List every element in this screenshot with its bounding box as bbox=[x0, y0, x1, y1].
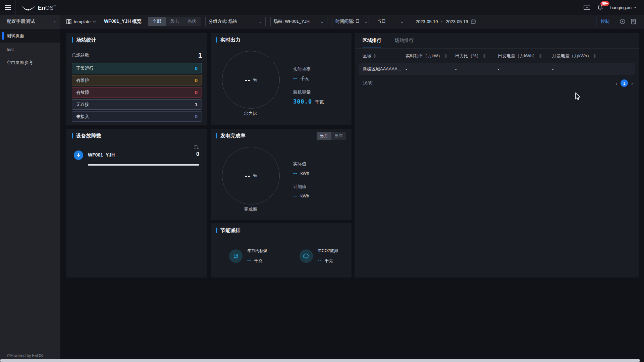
template-switcher[interactable]: template bbox=[66, 19, 96, 24]
chevron-down-icon: ⌄ bbox=[259, 19, 262, 24]
status-row-fault: 有故障 0 bbox=[72, 87, 202, 98]
status-row-disconnected: 无连接 1 bbox=[72, 99, 202, 110]
prev-page-button[interactable]: ‹ bbox=[615, 80, 617, 86]
horizontal-scrollbar[interactable] bbox=[0, 359, 640, 362]
page-number-1[interactable]: 1 bbox=[621, 79, 628, 87]
column-realtime-power[interactable]: 实时功率（万kW） bbox=[406, 53, 455, 59]
page-size-label: 16/页 bbox=[363, 80, 373, 86]
column-region[interactable]: 区域 bbox=[363, 53, 406, 59]
column-monthly-generation[interactable]: 月发电量（万kWh） bbox=[552, 53, 635, 59]
card-completion-rate: 发电完成率 当月 当年 -- % 完成率 实际值 -- kWh 计划值 -- k… bbox=[211, 129, 352, 220]
topbar: EnOS™ 99+ hanqing.xu bbox=[0, 0, 644, 15]
title-marker bbox=[216, 228, 217, 233]
energy-item-coal: 年节约标煤 -- 千克 bbox=[229, 247, 267, 264]
user-menu[interactable]: hanqing.xu bbox=[610, 5, 637, 10]
next-page-button[interactable]: › bbox=[631, 80, 633, 86]
cell-realtime-power: - bbox=[406, 67, 455, 72]
powered-by-footer: ©Powered by EnOS bbox=[7, 353, 43, 358]
cell-daily-generation: - bbox=[498, 67, 552, 72]
column-daily-generation[interactable]: 日发电量（万kWh） bbox=[498, 53, 552, 59]
wind-turbine-icon bbox=[74, 150, 83, 160]
sort-icon[interactable] bbox=[483, 54, 486, 58]
tab-all[interactable]: 全部 bbox=[148, 17, 166, 26]
hamburger-menu-button[interactable] bbox=[0, 0, 16, 15]
tab-wind[interactable]: 风电 bbox=[166, 17, 183, 26]
chevron-down-icon: ⌄ bbox=[320, 19, 324, 24]
control-button[interactable]: 控制 bbox=[596, 17, 614, 26]
main-content: 场站统计 总场站数 1 正常运行 0 有维护 0 有故障 0 bbox=[60, 28, 644, 362]
tab-current-month[interactable]: 当月 bbox=[317, 132, 331, 140]
template-label: template bbox=[74, 19, 91, 24]
co2-cloud-icon: co2 bbox=[300, 249, 313, 263]
sort-descending-icon[interactable] bbox=[194, 145, 199, 151]
sort-icon[interactable] bbox=[539, 54, 542, 58]
title-marker bbox=[216, 37, 217, 43]
sidebar-item-blank-page-ref[interactable]: 空白页面参考 bbox=[0, 56, 60, 69]
date-separator: ~ bbox=[440, 19, 443, 24]
station-select[interactable]: 场站: WF001_YJH⌄ bbox=[270, 17, 327, 26]
card-ranking: 区域排行 场站排行 区域 实时功率（万kW） 出力比（%） 日发电量（万kWh） bbox=[355, 33, 639, 278]
chevron-down-icon bbox=[93, 20, 96, 22]
card-realtime-output: 实时出力 -- % 出力比 实时功率 -- 千瓦 装机容量 300.0 千瓦 bbox=[211, 33, 352, 125]
sort-icon[interactable] bbox=[373, 54, 376, 58]
notifications-bell-icon[interactable]: 99+ bbox=[597, 4, 603, 11]
ranking-tabs: 区域排行 场站排行 bbox=[355, 33, 639, 49]
period-select[interactable]: 当日⌄ bbox=[374, 17, 407, 26]
device-name: WF001_YJH bbox=[88, 152, 115, 158]
status-row-unconnected: 未接入 0 bbox=[72, 111, 202, 122]
gauge-label: 完成率 bbox=[222, 206, 279, 213]
enos-dashboard: EnOS™ 99+ hanqing.xu 配置手册测试 › template bbox=[0, 0, 644, 362]
cell-region: 新疆区域AAAAAA... bbox=[363, 66, 406, 72]
gauge-label: 出力比 bbox=[222, 111, 279, 117]
tab-solar[interactable]: 光伏 bbox=[183, 17, 201, 26]
tab-current-year[interactable]: 当年 bbox=[331, 132, 346, 140]
hamburger-icon bbox=[5, 5, 11, 10]
topbar-right: 99+ hanqing.xu bbox=[584, 4, 644, 11]
metric-actual-value: 实际值 -- kWh bbox=[293, 161, 309, 176]
tab-station-ranking[interactable]: 场站排行 bbox=[395, 33, 414, 48]
enos-logo-swoosh-icon bbox=[21, 4, 35, 12]
chevron-right-icon: › bbox=[54, 19, 56, 24]
card-device-faults: 设备故障数 WF001_YJH 0 bbox=[66, 129, 207, 278]
page-title: WF001_YJH 概览 bbox=[104, 18, 142, 24]
group-by-select[interactable]: 分组方式: 场站⌄ bbox=[205, 17, 266, 26]
layout-grid-icon bbox=[66, 19, 71, 24]
edit-document-icon[interactable] bbox=[631, 19, 637, 24]
card-title: 节能减排 bbox=[220, 227, 240, 234]
tab-region-ranking[interactable]: 区域排行 bbox=[363, 33, 381, 48]
card-station-statistics: 场站统计 总场站数 1 正常运行 0 有维护 0 有故障 0 bbox=[66, 33, 207, 125]
device-fault-count: 0 bbox=[196, 151, 199, 157]
metric-realtime-power: 实时功率 -- 千瓦 bbox=[293, 66, 311, 82]
date-range-picker[interactable]: 2023-05-19 ~ 2023-05-19 bbox=[412, 17, 479, 26]
card-title: 场站统计 bbox=[76, 37, 96, 43]
title-marker bbox=[216, 133, 217, 138]
metric-plan-value: 计划值 -- kWh bbox=[293, 184, 309, 199]
output-ratio-gauge: -- % bbox=[222, 51, 280, 109]
sort-icon[interactable] bbox=[593, 54, 596, 58]
ranking-table-header: 区域 实时功率（万kW） 出力比（%） 日发电量（万kWh） 月发电量（万kWh… bbox=[355, 49, 639, 63]
sidebar-item-test[interactable]: test bbox=[0, 43, 60, 56]
total-stations-row: 总场站数 1 bbox=[72, 49, 202, 61]
sidebar-collapse-header[interactable]: 配置手册测试 › bbox=[0, 15, 60, 28]
target-icon[interactable] bbox=[620, 18, 626, 24]
ranking-table-row[interactable]: 新疆区域AAAAAA... - - - - bbox=[359, 63, 635, 75]
interval-select[interactable]: 时间间隔: 日⌄ bbox=[332, 17, 369, 26]
display-monitor-icon[interactable] bbox=[584, 5, 590, 10]
sort-icon[interactable] bbox=[444, 54, 447, 58]
completion-rate-gauge: -- % bbox=[222, 147, 280, 204]
card-title: 设备故障数 bbox=[76, 133, 101, 139]
title-marker bbox=[72, 133, 73, 138]
sidebar-item-test-page[interactable]: 测试页面 bbox=[0, 29, 60, 43]
toolbar-right: 控制 bbox=[596, 17, 637, 26]
chevron-down-icon bbox=[634, 6, 637, 8]
metric-installed-capacity: 装机容量 300.0 千瓦 bbox=[293, 89, 324, 105]
card-energy-saving: 节能减排 年节约标煤 -- 千克 co2 年CO2减排 -- 千克 bbox=[211, 223, 352, 278]
status-row-maintenance: 有维护 0 bbox=[72, 75, 202, 85]
column-output-ratio[interactable]: 出力比（%） bbox=[455, 53, 498, 59]
date-from: 2023-05-19 bbox=[416, 19, 438, 24]
status-row-running: 正常运行 0 bbox=[72, 63, 202, 73]
device-fault-item[interactable]: WF001_YJH 0 bbox=[74, 149, 199, 175]
cell-output-ratio: - bbox=[455, 67, 498, 72]
enos-logo: EnOS™ bbox=[21, 2, 56, 12]
total-stations-value: 1 bbox=[198, 52, 202, 59]
